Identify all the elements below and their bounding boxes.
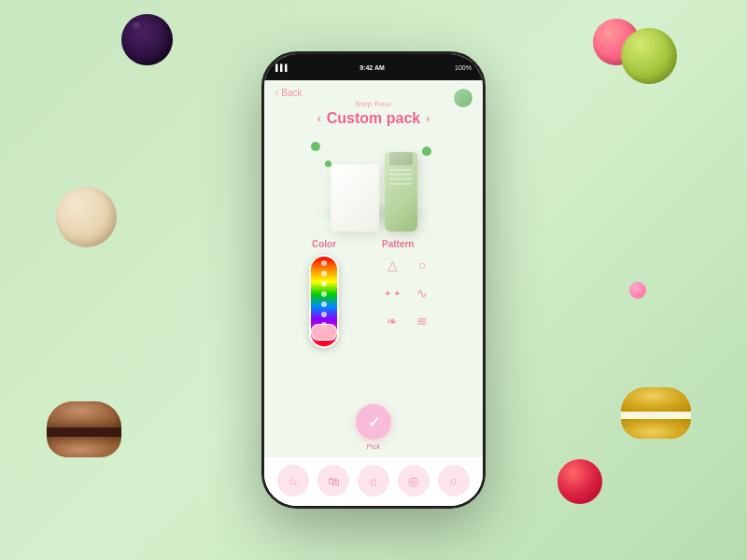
strip-dots (321, 260, 327, 332)
time-display: 9:42 AM (359, 64, 385, 71)
title-right-chevron-icon: › (426, 112, 430, 125)
bag-nav-icon: 🛍 (328, 474, 340, 488)
green-dot-4 (422, 147, 431, 156)
back-button[interactable]: ‹ Back (264, 80, 483, 100)
color-label: Color (312, 239, 336, 249)
color-thumb[interactable] (311, 324, 337, 341)
nav-home-button[interactable]: ⌂ (358, 465, 389, 497)
yellow-macaron-decoration (621, 387, 691, 439)
pattern-circle-icon[interactable]: ○ (412, 255, 432, 275)
pick-section: ✓ Pick (264, 400, 483, 456)
phone-frame: ▌▌▌ 9:42 AM 100% ‹ Back Step Four ‹ Cust… (261, 51, 486, 509)
nav-location-button[interactable]: ◎ (398, 465, 430, 497)
avatar[interactable] (453, 88, 473, 108)
tube-stripe-3 (389, 178, 413, 180)
pink-small-ball-decoration (629, 282, 646, 299)
pick-label: Pick (366, 442, 380, 451)
back-chevron-icon: ‹ (275, 88, 278, 98)
battery-text: 100% (455, 64, 472, 71)
cream-ball-decoration (56, 187, 117, 247)
tube-stripe-4 (389, 183, 413, 185)
pattern-label: Pattern (382, 239, 414, 249)
customize-section: Color Pattern (264, 235, 483, 400)
nav-search-button[interactable]: ○ (438, 465, 470, 497)
green-ball-decoration (621, 28, 677, 84)
nav-bag-button[interactable]: 🛍 (317, 465, 349, 497)
color-column: Color (283, 239, 365, 397)
red-berry-decoration (557, 459, 602, 504)
signal-status: ▌▌▌ (275, 64, 289, 71)
title-row: ‹ Custom pack › (264, 108, 483, 133)
pattern-grid: △ ○ ✦ ✦ ∿ ❧ ≋ (382, 255, 432, 331)
pattern-swirl-icon[interactable]: ∿ (412, 283, 432, 303)
page-title: Custom pack (327, 110, 420, 127)
product-tube (385, 152, 417, 231)
step-label: Step Four (264, 100, 483, 108)
tube-stripe-2 (389, 174, 413, 175)
pattern-sparkle-icon[interactable]: ✦ ✦ (382, 283, 402, 303)
pattern-curl-icon[interactable]: ❧ (382, 311, 402, 331)
pattern-triangle-icon[interactable]: △ (382, 255, 402, 275)
tube-stripes (389, 169, 413, 185)
strip-dot-3 (321, 281, 327, 287)
home-nav-icon: ⌂ (370, 474, 377, 488)
strip-dot-4 (321, 291, 327, 297)
phone-screen: ‹ Back Step Four ‹ Custom pack › (264, 80, 483, 506)
color-strip[interactable] (309, 255, 339, 348)
bottom-navigation: ☆ 🛍 ⌂ ◎ ○ (264, 456, 483, 506)
location-nav-icon: ◎ (408, 474, 418, 488)
search-nav-icon: ○ (450, 474, 458, 488)
battery-status: 100% (455, 64, 472, 71)
back-label[interactable]: Back (281, 88, 302, 98)
nav-star-button[interactable]: ☆ (277, 465, 309, 497)
pick-button[interactable]: ✓ (356, 404, 391, 440)
strip-dot-5 (321, 301, 327, 307)
status-bar: ▌▌▌ 9:42 AM 100% (264, 54, 483, 80)
pattern-column: Pattern △ ○ ✦ ✦ ∿ ❧ ≋ (374, 239, 464, 397)
signal-icon: ▌▌▌ (275, 64, 289, 71)
star-nav-icon: ☆ (288, 474, 299, 488)
product-box (331, 164, 379, 232)
brown-macaron-decoration (47, 401, 121, 457)
strip-dot-6 (321, 312, 327, 317)
strip-dot-2 (321, 271, 327, 276)
pattern-lines-icon[interactable]: ≋ (412, 311, 432, 331)
strip-dot-1 (321, 260, 327, 266)
title-left-chevron-icon: ‹ (317, 112, 321, 125)
product-area (264, 133, 483, 235)
tube-cap (389, 152, 413, 165)
checkmark-icon: ✓ (368, 413, 380, 431)
blackberry-decoration (121, 14, 173, 65)
green-dot-1 (311, 142, 320, 151)
tube-stripe-1 (389, 169, 413, 171)
